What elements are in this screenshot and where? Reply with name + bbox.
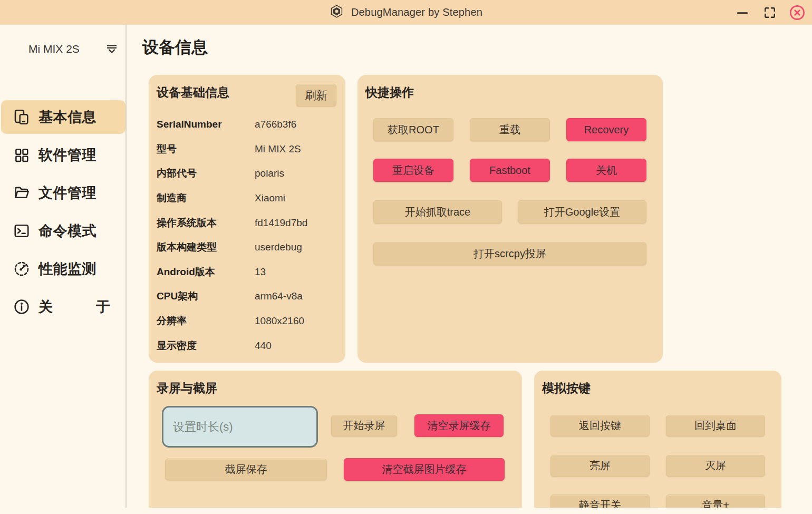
titlebar: DebugManager by Stephen bbox=[0, 0, 812, 25]
close-button[interactable] bbox=[789, 4, 806, 21]
app-logo-hexagon-icon bbox=[330, 4, 344, 21]
sidebar-item-label: 文件管理 bbox=[38, 183, 96, 202]
screen-on-button[interactable]: 亮屏 bbox=[550, 455, 650, 477]
sidebar-item-performance-monitor[interactable]: 性能监测 bbox=[1, 252, 125, 286]
sidebar-item-label: 命令模式 bbox=[38, 221, 96, 240]
sidebar-item-command-mode[interactable]: 命令模式 bbox=[1, 214, 125, 248]
back-key-button[interactable]: 返回按键 bbox=[550, 415, 650, 437]
sidebar-item-basic-info[interactable]: 基本信息 bbox=[1, 100, 125, 134]
field-manufacturer: 制造商 Xiaomi bbox=[157, 186, 339, 211]
get-root-button[interactable]: 获取ROOT bbox=[373, 118, 453, 141]
info-icon bbox=[13, 298, 31, 316]
open-scrcpy-button[interactable]: 打开scrcpy投屏 bbox=[373, 242, 646, 265]
page-title: 设备信息 bbox=[142, 36, 208, 59]
simulated-keys-card: 模拟按键 返回按键 回到桌面 亮屏 灭屏 静音开关 音量+ bbox=[534, 371, 781, 508]
main-content: 设备信息 设备基础信息 刷新 SerialNumber a766b3f6 型号 … bbox=[128, 25, 812, 508]
apps-icon bbox=[13, 146, 31, 164]
sidebar-item-software-manage[interactable]: 软件管理 bbox=[1, 138, 125, 172]
screen-off-button[interactable]: 灭屏 bbox=[666, 455, 765, 477]
field-build-type: 版本构建类型 userdebug bbox=[157, 235, 339, 260]
quick-actions-card: 快捷操作 获取ROOT 重载 Recovery 重启设备 Fastboot 关机… bbox=[357, 75, 663, 363]
sidebar-item-label: 软件管理 bbox=[38, 146, 96, 164]
sidebar: Mi MIX 2S 基本信息 bbox=[0, 25, 127, 508]
sidebar-item-about[interactable]: 关 于 bbox=[1, 290, 125, 324]
mute-toggle-button[interactable]: 静音开关 bbox=[550, 494, 650, 508]
volume-up-button[interactable]: 音量+ bbox=[666, 494, 765, 508]
field-display-density: 显示密度 440 bbox=[157, 333, 339, 358]
device-list-collapse-icon[interactable] bbox=[104, 42, 119, 56]
power-off-button[interactable]: 关机 bbox=[566, 159, 646, 182]
sidebar-nav: 基本信息 软件管理 bbox=[0, 100, 127, 328]
sidebar-item-file-manage[interactable]: 文件管理 bbox=[1, 176, 125, 210]
maximize-button[interactable] bbox=[761, 4, 778, 21]
connected-device-name[interactable]: Mi MIX 2S bbox=[28, 43, 80, 55]
field-codename: 内部代号 polaris bbox=[157, 161, 339, 186]
device-card-title: 设备基础信息 bbox=[157, 84, 229, 101]
field-resolution: 分辨率 1080x2160 bbox=[157, 309, 339, 334]
recovery-button[interactable]: Recovery bbox=[566, 118, 646, 141]
keys-card-title: 模拟按键 bbox=[542, 380, 591, 396]
field-serial-number: SerialNumber a766b3f6 bbox=[157, 112, 339, 137]
start-trace-button[interactable]: 开始抓取trace bbox=[373, 200, 502, 224]
record-duration-input[interactable] bbox=[162, 406, 318, 448]
device-basic-info-card: 设备基础信息 刷新 SerialNumber a766b3f6 型号 Mi MI… bbox=[149, 75, 345, 363]
screen-record-card: 录屏与截屏 开始录屏 清空录屏缓存 截屏保存 清空截屏图片缓存 bbox=[149, 371, 522, 508]
home-key-button[interactable]: 回到桌面 bbox=[666, 415, 765, 437]
field-android-version: Android版本 13 bbox=[157, 260, 339, 285]
gauge-icon bbox=[13, 260, 31, 278]
field-model: 型号 Mi MIX 2S bbox=[157, 137, 339, 162]
clear-screenshot-cache-button[interactable]: 清空截屏图片缓存 bbox=[344, 458, 505, 481]
minimize-button[interactable] bbox=[734, 4, 751, 21]
window-title: DebugManager by Stephen bbox=[351, 6, 482, 18]
sidebar-item-label: 基本信息 bbox=[38, 108, 96, 127]
quick-actions-title: 快捷操作 bbox=[365, 84, 414, 101]
screen-card-title: 录屏与截屏 bbox=[157, 380, 217, 396]
clear-record-cache-button[interactable]: 清空录屏缓存 bbox=[414, 414, 504, 437]
field-cpu-arch: CPU架构 arm64-v8a bbox=[157, 284, 339, 309]
open-google-settings-button[interactable]: 打开Google设置 bbox=[518, 200, 646, 224]
start-record-button[interactable]: 开始录屏 bbox=[331, 415, 397, 437]
device-info-icon bbox=[13, 108, 31, 126]
sidebar-item-label: 关 于 bbox=[38, 297, 110, 316]
terminal-icon bbox=[13, 222, 31, 240]
folder-icon bbox=[13, 184, 31, 202]
reboot-device-button[interactable]: 重启设备 bbox=[373, 159, 453, 182]
device-fields-list: SerialNumber a766b3f6 型号 Mi MIX 2S 内部代号 … bbox=[157, 112, 339, 358]
refresh-button[interactable]: 刷新 bbox=[296, 84, 336, 106]
screenshot-save-button[interactable]: 截屏保存 bbox=[165, 459, 327, 480]
field-os-version: 操作系统版本 fd1419d7bd bbox=[157, 210, 339, 235]
reload-button[interactable]: 重载 bbox=[470, 118, 550, 141]
fastboot-button[interactable]: Fastboot bbox=[470, 159, 550, 182]
sidebar-item-label: 性能监测 bbox=[38, 259, 96, 278]
app-window: DebugManager by Stephen bbox=[0, 0, 812, 514]
